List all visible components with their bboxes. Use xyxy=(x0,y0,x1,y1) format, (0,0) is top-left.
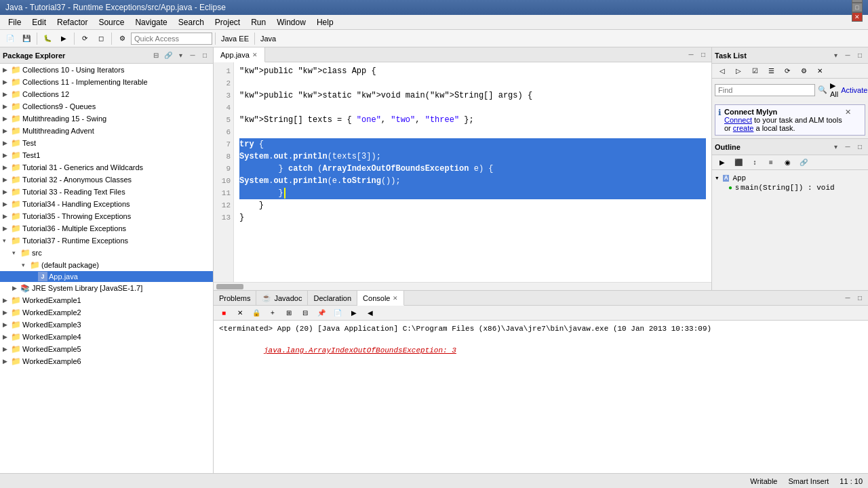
editor-content[interactable]: 12345678910111213 "kw">public "kw">class… xyxy=(214,62,711,282)
maximize-button[interactable]: □ xyxy=(852,3,863,12)
tree-item-workedexample3[interactable]: ▶📁WorkedExample3 xyxy=(0,319,213,331)
outline-btn-6[interactable]: 🔗 xyxy=(796,156,811,169)
outline-btn-2[interactable]: ⬛ xyxy=(731,156,746,169)
tab-appjava[interactable]: App.java ✕ xyxy=(214,47,265,62)
editor-maximize[interactable]: □ xyxy=(698,49,709,60)
task-toolbar-btn-5[interactable]: ⟳ xyxy=(780,64,795,78)
task-toolbar-btn-1[interactable]: ◁ xyxy=(715,64,730,78)
menu-window[interactable]: Window xyxy=(271,16,311,28)
tree-item-collections11[interactable]: ▶📁Collections 11 - Implementing Iterable xyxy=(0,76,213,88)
menu-refactor[interactable]: Refactor xyxy=(52,16,93,28)
console-btn-9[interactable]: ▶ xyxy=(347,306,361,320)
console-minimize[interactable]: ─ xyxy=(842,293,853,304)
tree-item-default-package[interactable]: ▾📁(default package) xyxy=(0,259,213,271)
console-scroll-lock[interactable]: 🔒 xyxy=(249,306,264,320)
tree-item-tutorial37[interactable]: ▾📁Tutorial37 - Runtime Exceptions xyxy=(0,235,213,247)
menu-search[interactable]: Search xyxy=(173,16,210,28)
tab-appjava-close[interactable]: ✕ xyxy=(252,52,258,58)
console-error-text[interactable]: java.lang.ArrayIndexOutOfBoundsException… xyxy=(264,346,456,354)
console-clear[interactable]: ✕ xyxy=(233,306,248,320)
tree-item-appjava[interactable]: JApp.java xyxy=(0,271,213,282)
tree-item-src[interactable]: ▾📁src xyxy=(0,247,213,259)
console-open-editor[interactable]: 📄 xyxy=(330,306,345,320)
outline-btn-4[interactable]: ≡ xyxy=(764,156,778,169)
task-toolbar-btn-6[interactable]: ⚙ xyxy=(796,64,811,78)
editor-horizontal-scrollbar[interactable] xyxy=(214,282,711,290)
editor-minimize[interactable]: ─ xyxy=(686,49,696,60)
tree-item-workedexample2[interactable]: ▶📁WorkedExample2 xyxy=(0,306,213,319)
menu-file[interactable]: File xyxy=(3,16,26,28)
task-maximize[interactable]: □ xyxy=(854,50,865,61)
task-toolbar-btn-4[interactable]: ☰ xyxy=(764,64,778,78)
connect-link[interactable]: Connect xyxy=(724,116,752,124)
find-input[interactable] xyxy=(715,84,815,96)
tab-javadoc[interactable]: ☕ Javadoc xyxy=(256,291,308,305)
outline-minimize[interactable]: ─ xyxy=(842,142,853,152)
tree-item-tutorial31[interactable]: ▶📁Tutorial 31 - Generics and Wildcards xyxy=(0,161,213,174)
java-ee-label[interactable]: Java EE xyxy=(218,35,252,43)
collapse-all-button[interactable]: ⊟ xyxy=(151,50,161,61)
code-area[interactable]: "kw">public "kw">class App { "kw">public… xyxy=(234,62,711,282)
menu-run[interactable]: Run xyxy=(245,16,271,28)
new-button[interactable]: 📄 xyxy=(3,32,18,45)
run-button[interactable]: ▶ xyxy=(56,32,71,45)
toolbar-btn-3[interactable]: ⟳ xyxy=(77,32,92,45)
outline-view-menu[interactable]: ▾ xyxy=(830,142,841,152)
menu-navigate[interactable]: Navigate xyxy=(130,16,172,28)
tree-item-workedexample1[interactable]: ▶📁WorkedExample1 xyxy=(0,294,213,306)
tree-item-workedexample6[interactable]: ▶📁WorkedExample6 xyxy=(0,355,213,367)
tree-item-multithreadingadvent[interactable]: ▶📁Multithreading Advent xyxy=(0,125,213,137)
activate-link[interactable]: Activate... xyxy=(841,86,868,94)
view-menu-button[interactable]: ▾ xyxy=(175,50,186,61)
outline-maximize[interactable]: □ xyxy=(854,142,865,152)
outline-btn-1[interactable]: ▶ xyxy=(715,156,730,169)
tree-item-tutorial36[interactable]: ▶📁Tutorial36 - Multiple Exceptions xyxy=(0,222,213,235)
mylyn-close-icon[interactable]: ✕ xyxy=(845,108,851,117)
tab-problems[interactable]: Problems xyxy=(214,291,256,305)
outline-item-app[interactable]: ▾ A App xyxy=(715,173,865,183)
tree-item-collections9[interactable]: ▶📁Collections9 - Queues xyxy=(0,100,213,113)
tree-item-jre[interactable]: ▶📚JRE System Library [JavaSE-1.7] xyxy=(0,282,213,294)
menu-project[interactable]: Project xyxy=(210,16,245,28)
find-magnifier-icon[interactable]: 🔍 xyxy=(818,85,827,94)
tree-item-test1[interactable]: ▶📁Test1 xyxy=(0,149,213,161)
menu-help[interactable]: Help xyxy=(311,16,339,28)
tab-declaration[interactable]: Declaration xyxy=(308,291,357,305)
console-new[interactable]: + xyxy=(265,306,280,320)
console-terminate[interactable]: ■ xyxy=(216,306,231,320)
toolbar-btn-4[interactable]: ◻ xyxy=(94,32,108,45)
tab-console[interactable]: Console ✕ xyxy=(357,291,404,306)
create-link[interactable]: create xyxy=(733,124,754,132)
save-button[interactable]: 💾 xyxy=(19,32,34,45)
minimize-panel-button[interactable]: ─ xyxy=(187,50,198,61)
console-btn-10[interactable]: ◀ xyxy=(363,306,378,320)
tree-item-tutorial34[interactable]: ▶📁Tutorial34 - Handling Exceptions xyxy=(0,198,213,210)
link-editor-button[interactable]: 🔗 xyxy=(163,50,174,61)
tree-item-tutorial33[interactable]: ▶📁Tutorial 33 - Reading Text Files xyxy=(0,186,213,198)
tree-item-tutorial35[interactable]: ▶📁Tutorial35 - Throwing Exceptions xyxy=(0,210,213,222)
console-pin[interactable]: 📌 xyxy=(314,306,329,320)
maximize-panel-button[interactable]: □ xyxy=(199,50,210,61)
java-label[interactable]: Java xyxy=(258,35,279,43)
task-toolbar-btn-3[interactable]: ☑ xyxy=(747,64,762,78)
tree-item-workedexample4[interactable]: ▶📁WorkedExample4 xyxy=(0,331,213,343)
menu-source[interactable]: Source xyxy=(93,16,130,28)
tree-item-tutorial32[interactable]: ▶📁Tutorial 32 - Anonymous Classes xyxy=(0,174,213,186)
console-btn-6[interactable]: ⊟ xyxy=(298,306,313,320)
tree-item-collections12[interactable]: ▶📁Collections 12 xyxy=(0,88,213,100)
task-toolbar-btn-7[interactable]: ✕ xyxy=(812,64,827,78)
tree-item-collections10[interactable]: ▶📁Collections 10 - Using Iterators xyxy=(0,64,213,76)
close-button[interactable]: ✕ xyxy=(852,12,863,22)
task-toolbar-btn-2[interactable]: ▷ xyxy=(731,64,746,78)
quick-access-input[interactable] xyxy=(131,33,212,45)
debug-button[interactable]: 🐛 xyxy=(40,32,55,45)
task-view-menu[interactable]: ▾ xyxy=(830,50,841,61)
tree-item-workedexample5[interactable]: ▶📁WorkedExample5 xyxy=(0,343,213,355)
tab-console-close[interactable]: ✕ xyxy=(393,295,398,302)
tree-item-multithreading15[interactable]: ▶📁Multithreading 15 - Swing xyxy=(0,113,213,125)
task-minimize[interactable]: ─ xyxy=(842,50,853,61)
outline-btn-5[interactable]: ◉ xyxy=(780,156,795,169)
toolbar-btn-5[interactable]: ⚙ xyxy=(115,32,130,45)
all-label[interactable]: ▶ All xyxy=(830,81,838,98)
menu-edit[interactable]: Edit xyxy=(26,16,52,28)
